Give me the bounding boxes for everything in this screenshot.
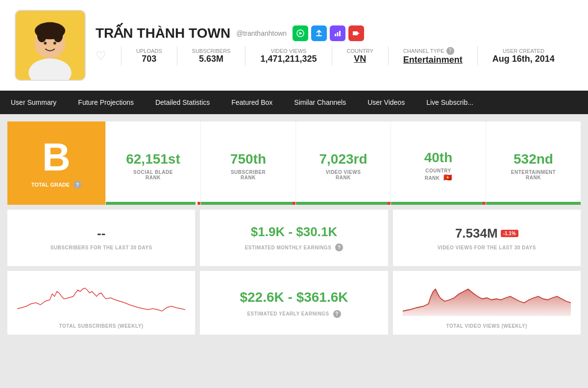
divider	[388, 46, 389, 66]
header: TRẤN THÀNH TOWN @tranthanhtown ♡	[0, 0, 588, 91]
rank-progress-bar	[296, 202, 391, 205]
rank-value: 7,023rd	[319, 151, 367, 167]
svg-rect-13	[353, 31, 358, 35]
nav-item-future-projections[interactable]: Future Projections	[67, 91, 145, 114]
channel-type-stat: CHANNEL TYPE ? Entertainment	[403, 47, 463, 65]
channel-name: TRẤN THÀNH TOWN	[96, 25, 230, 41]
rank-cell-entertainment: 532nd ENTERTAINMENTRANK	[486, 121, 581, 205]
country-stat: COUNTRY VN	[347, 48, 373, 64]
rank-cell-country: 40th COUNTRYRANK 🇻🇳	[391, 121, 486, 205]
stats-row: ♡ UPLOADS 703 SUBSCRIBERS 5.63M VIDEO VI…	[96, 46, 573, 66]
svg-rect-11	[337, 32, 339, 36]
divider	[332, 46, 332, 66]
rank-label: VIDEO VIEWSRANK	[326, 170, 361, 180]
rank-progress-bar	[201, 202, 295, 205]
channel-handle: @tranthanhtown	[236, 29, 287, 37]
subscribers-stat: SUBSCRIBERS 5.63M	[192, 48, 231, 64]
video-views-stat: VIDEO VIEWS 1,471,211,325	[260, 48, 317, 64]
subscribers-30-days-card: -- SUBSCRIBERS FOR THE LAST 30 DAYS	[7, 210, 195, 266]
grade-help-icon[interactable]: ?	[74, 181, 81, 189]
svg-point-4	[37, 29, 47, 42]
youtube-icon[interactable]	[293, 25, 308, 41]
upload-icon[interactable]	[311, 25, 327, 41]
yearly-earnings-value: $22.6K - $361.6K	[240, 290, 348, 305]
rank-value: 40th	[424, 150, 453, 166]
stat-value: --	[97, 226, 105, 241]
header-info: TRẤN THÀNH TOWN @tranthanhtown ♡	[96, 25, 573, 66]
video-views-weekly-chart-card: TOTAL VIDEO VIEWS (WEEKLY)	[393, 271, 581, 335]
rank-cell-social-blade: 62,151st SOCIAL BLADERANK	[105, 121, 200, 205]
rank-cell-video-views: 7,023rd VIDEO VIEWSRANK	[295, 121, 391, 205]
uploads-stat: UPLOADS 703	[136, 48, 162, 64]
subscribers-weekly-chart	[17, 279, 185, 318]
chart-label: TOTAL VIDEO VIEWS (WEEKLY)	[403, 323, 571, 329]
yearly-earnings-card: $22.6K - $361.6K ESTIMATED YEARLY EARNIN…	[200, 271, 388, 335]
rank-label: SOCIAL BLADERANK	[133, 170, 173, 180]
yearly-earnings-help-icon[interactable]: ?	[333, 310, 341, 318]
svg-marker-9	[299, 32, 302, 35]
chart-cards: TOTAL SUBSCRIBERS (WEEKLY) $22.6K - $361…	[7, 271, 581, 335]
svg-marker-14	[358, 32, 360, 34]
stat-value: $1.9K - $30.1K	[251, 224, 337, 240]
monthly-earnings-help-icon[interactable]: ?	[335, 243, 343, 251]
divider	[245, 46, 245, 66]
nav-item-similar-channels[interactable]: Similar Channels	[283, 91, 357, 114]
vietnam-flag: 🇻🇳	[443, 173, 452, 181]
yearly-earnings-label: ESTIMATED YEARLY EARNINGS ?	[247, 310, 341, 318]
rank-cell-subscriber: 750th SUBSCRIBERRANK	[200, 121, 295, 205]
channel-icons	[293, 25, 364, 41]
rank-label: ENTERTAINMENTRANK	[511, 170, 556, 180]
rank-label: COUNTRYRANK 🇻🇳	[425, 168, 452, 181]
change-badge: -1.1%	[501, 230, 518, 237]
svg-point-5	[53, 29, 63, 42]
rank-value: 532nd	[514, 151, 553, 167]
rank-progress-bar	[391, 202, 486, 205]
navigation: User Summary Future Projections Detailed…	[0, 91, 588, 114]
stat-label: SUBSCRIBERS FOR THE LAST 30 DAYS	[50, 245, 152, 250]
grade-label: TOTAL GRADE ?	[31, 181, 81, 189]
avatar	[15, 10, 86, 81]
rank-value: 62,151st	[126, 151, 180, 167]
nav-item-featured-box[interactable]: Featured Box	[220, 91, 283, 114]
grade-letter: B	[42, 138, 71, 177]
stat-value: 7.534M	[455, 226, 498, 241]
user-created-stat: USER CREATED Aug 16th, 2014	[492, 48, 555, 64]
stat-label: ESTIMATED MONTHLY EARNINGS ?	[245, 243, 343, 251]
ranks-row: B TOTAL GRADE ? 62,151st SOCIAL BLADERAN…	[7, 121, 581, 205]
rank-label: SUBSCRIBERRANK	[231, 170, 266, 180]
stats-cards: -- SUBSCRIBERS FOR THE LAST 30 DAYS $1.9…	[7, 210, 581, 266]
nav-item-detailed-statistics[interactable]: Detailed Statistics	[145, 91, 220, 114]
video-icon[interactable]	[348, 25, 364, 41]
divider	[177, 46, 177, 66]
main-content: B TOTAL GRADE ? 62,151st SOCIAL BLADERAN…	[0, 114, 588, 342]
stat-label: VIDEO VIEWS FOR THE LAST 30 DAYS	[438, 245, 536, 250]
grade-box: B TOTAL GRADE ?	[7, 121, 105, 205]
monthly-earnings-card: $1.9K - $30.1K ESTIMATED MONTHLY EARNING…	[200, 210, 388, 266]
rank-progress-bar	[106, 202, 196, 205]
divider	[121, 46, 122, 66]
video-views-30-days-card: 7.534M -1.1% VIDEO VIEWS FOR THE LAST 30…	[393, 210, 581, 266]
chart-label: TOTAL SUBSCRIBERS (WEEKLY)	[17, 323, 185, 329]
channel-type-help-icon[interactable]: ?	[446, 47, 454, 55]
rank-value: 750th	[230, 151, 266, 167]
divider	[477, 46, 478, 66]
heart-icon[interactable]: ♡	[96, 49, 106, 63]
subscribers-weekly-chart-card: TOTAL SUBSCRIBERS (WEEKLY)	[7, 271, 195, 335]
svg-point-6	[44, 42, 47, 45]
svg-marker-15	[403, 289, 571, 316]
nav-item-live-subscribers[interactable]: Live Subscrib...	[416, 91, 484, 114]
svg-point-7	[53, 42, 56, 45]
nav-item-user-summary[interactable]: User Summary	[0, 91, 67, 114]
svg-rect-12	[339, 31, 341, 36]
svg-rect-10	[335, 34, 336, 36]
stats-icon[interactable]	[330, 25, 345, 41]
rank-progress-bar	[486, 202, 581, 205]
video-views-weekly-chart	[403, 279, 571, 318]
nav-item-user-videos[interactable]: User Videos	[357, 91, 416, 114]
channel-name-row: TRẤN THÀNH TOWN @tranthanhtown	[96, 25, 573, 41]
